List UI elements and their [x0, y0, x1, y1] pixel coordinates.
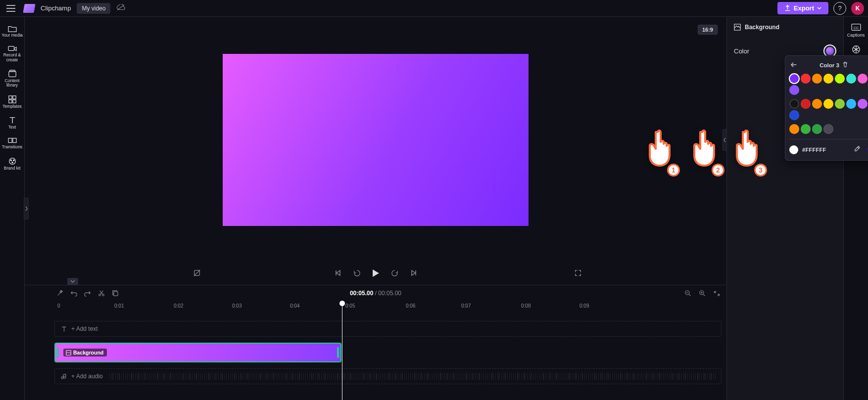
sidebar-item-transitions[interactable]: Transitions: [1, 134, 23, 151]
color-swatch[interactable]: [823, 99, 833, 109]
play-button[interactable]: [372, 269, 380, 279]
sidebar-item-text[interactable]: Text: [1, 114, 23, 132]
current-time: 00:05.00: [350, 290, 373, 297]
sidebar-label: Record & create: [1, 53, 23, 62]
clip-label: Background: [63, 349, 107, 356]
svg-point-14: [10, 160, 11, 161]
menu-button[interactable]: [4, 1, 18, 15]
svg-rect-11: [8, 138, 12, 143]
timeline-ruler[interactable]: 0 0:01 0:02 0:03 0:04 0:05 0:06 0:07 0:0…: [54, 301, 726, 313]
audio-track-placeholder[interactable]: + Add audio: [54, 368, 722, 384]
clipchamp-logo-icon: [23, 4, 35, 13]
split-button[interactable]: [98, 290, 105, 297]
sidebar-item-content-library[interactable]: Content library: [1, 67, 23, 90]
project-name[interactable]: My video: [77, 3, 110, 14]
svg-point-16: [11, 162, 12, 163]
color-swatch[interactable]: [835, 74, 845, 84]
sidebar-item-record-create[interactable]: Record & create: [1, 43, 23, 64]
color-swatch[interactable]: [846, 74, 856, 84]
svg-rect-6: [9, 70, 15, 72]
svg-rect-21: [114, 291, 118, 295]
ruler-tick: 0:08: [521, 303, 530, 309]
color-swatch[interactable]: [823, 124, 833, 134]
color-swatch[interactable]: [812, 99, 822, 109]
collapse-down-chip[interactable]: [67, 278, 78, 285]
color-swatch[interactable]: [801, 74, 811, 84]
ruler-tick: 0:07: [461, 303, 471, 309]
text-track-placeholder[interactable]: + Add text: [54, 321, 722, 337]
top-bar: Clipchamp My video Export ? K: [0, 0, 868, 17]
playhead[interactable]: [342, 301, 342, 400]
eyedropper-button[interactable]: [854, 145, 861, 154]
properties-panel: Background Color Color 3: [726, 17, 843, 400]
swatch-grid: [789, 74, 868, 134]
skip-start-button[interactable]: [334, 269, 342, 279]
sidebar-label: Brand kit: [4, 166, 21, 171]
sync-status-icon: [116, 4, 125, 13]
color-swatch[interactable]: [789, 74, 799, 84]
sidebar-item-adjust[interactable]: [845, 44, 867, 54]
zoom-out-button[interactable]: [684, 290, 692, 297]
color-swatch[interactable]: [858, 74, 868, 84]
svg-line-26: [703, 294, 705, 296]
playback-bar: [25, 263, 726, 285]
ruler-tick: 0:05: [345, 303, 355, 309]
preview-canvas[interactable]: [223, 54, 529, 226]
ruler-tick: 0: [57, 303, 60, 309]
color-label: Color: [734, 47, 749, 55]
sidebar-item-brand-kit[interactable]: Brand kit: [1, 155, 23, 173]
color-picker-delete-button[interactable]: [842, 61, 848, 70]
aspect-ratio-selector[interactable]: 16:9: [698, 25, 718, 35]
user-avatar[interactable]: K: [851, 2, 864, 15]
brand-name: Clipchamp: [41, 4, 71, 12]
color-swatch[interactable]: [801, 124, 811, 134]
sidebar-item-templates[interactable]: Templates: [1, 93, 23, 111]
color-swatch[interactable]: [801, 99, 811, 109]
color-picker-back-button[interactable]: [790, 61, 797, 70]
sidebar-item-captions[interactable]: CC Captions: [845, 23, 867, 38]
svg-text:CC: CC: [853, 26, 858, 30]
timeline-clip-background[interactable]: Background: [54, 343, 341, 362]
fit-timeline-button[interactable]: [713, 290, 721, 297]
preview-stage: 16:9: [25, 17, 726, 263]
zoom-in-button[interactable]: [699, 290, 706, 297]
fullscreen-button[interactable]: [574, 269, 582, 279]
svg-rect-7: [8, 96, 11, 99]
color-swatch[interactable]: [858, 99, 868, 109]
hex-input-row: #FFFFFF +: [789, 139, 868, 155]
crop-icon[interactable]: [193, 269, 201, 279]
color-swatch[interactable]: [835, 99, 845, 109]
clip-resize-handle-right[interactable]: [337, 347, 339, 358]
sidebar-label: Captions: [847, 33, 865, 38]
color-swatch[interactable]: [812, 74, 822, 84]
sidebar-item-your-media[interactable]: Your media: [1, 23, 23, 40]
export-button[interactable]: Export: [777, 2, 828, 14]
color-swatch[interactable]: [846, 99, 856, 109]
hex-value-input[interactable]: #FFFFFF: [802, 147, 826, 153]
color-swatch[interactable]: [812, 124, 822, 134]
clip-resize-handle-left[interactable]: [57, 347, 59, 358]
color-swatch[interactable]: [789, 124, 799, 134]
color-swatch[interactable]: [789, 99, 799, 109]
color-swatch[interactable]: [789, 110, 799, 120]
redo-button[interactable]: [84, 290, 91, 297]
svg-point-19: [99, 294, 101, 296]
color-swatch[interactable]: [789, 85, 799, 95]
ruler-tick: 0:03: [232, 303, 241, 309]
rewind-button[interactable]: [353, 269, 361, 279]
help-button[interactable]: ?: [833, 2, 846, 15]
ruler-tick: 0:01: [114, 303, 124, 309]
copy-button[interactable]: [112, 290, 119, 297]
svg-rect-12: [12, 138, 16, 143]
magic-icon[interactable]: [56, 290, 63, 297]
hex-preview-swatch: [789, 145, 798, 154]
total-time: 00:05.00: [378, 290, 401, 297]
undo-button[interactable]: [70, 290, 77, 297]
sidebar-label: Text: [8, 125, 16, 130]
timeline-toolbar: 00:05.00 / 00:05.00: [25, 285, 726, 301]
ruler-tick: 0:04: [290, 303, 299, 309]
skip-end-button[interactable]: [410, 269, 418, 279]
forward-button[interactable]: [390, 269, 399, 279]
color-swatch[interactable]: [823, 74, 833, 84]
svg-rect-9: [8, 100, 11, 103]
